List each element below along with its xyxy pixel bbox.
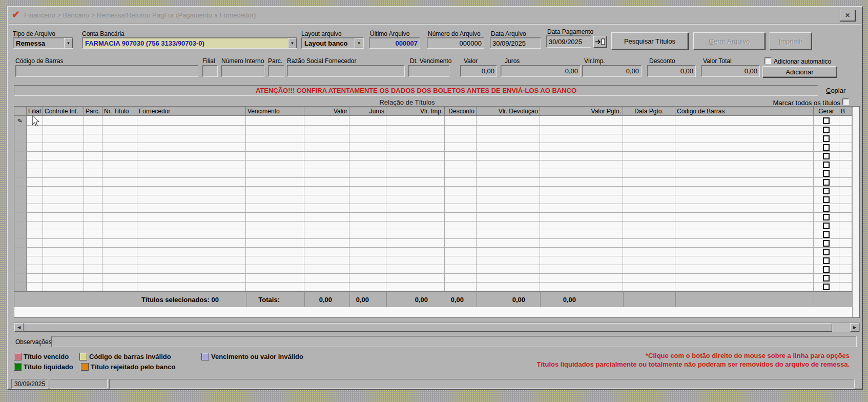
vlr-imp-input[interactable] [582,65,642,77]
data-arquivo-field[interactable] [490,37,541,49]
grid-header-desconto[interactable]: Desconto [445,107,477,116]
data-pagamento-field[interactable] [546,35,591,48]
gerar-checkbox[interactable] [823,127,830,133]
valor-input[interactable] [460,65,497,77]
total-valor-pgto: 0,00 [540,291,623,307]
desconto-input[interactable] [647,65,696,77]
dt-vencimento-input[interactable] [408,65,449,77]
grid-cell [246,134,304,143]
juros-input[interactable] [501,65,581,77]
grid-header-parc[interactable]: Parc. [84,107,102,116]
gerar-checkbox[interactable] [823,162,830,168]
conta-bancaria-dropdown-icon[interactable]: ▼ [288,38,297,48]
adicionar-button[interactable]: Adicionar [762,66,837,77]
gerar-checkbox[interactable] [823,179,830,186]
grid-header-b[interactable]: B [839,107,852,116]
table-row[interactable] [14,265,852,274]
table-row[interactable] [14,222,852,230]
gerar-checkbox[interactable] [823,144,830,151]
table-row[interactable] [14,178,852,187]
gerar-checkbox[interactable] [823,205,830,212]
scroll-left-button[interactable]: ◀ [14,323,24,332]
table-row[interactable] [14,248,852,256]
grid-header-vlr-devolucao[interactable]: Vlr. Devolução [477,107,540,116]
table-row[interactable] [14,274,852,283]
table-row[interactable] [14,187,852,195]
table-row[interactable] [14,160,852,169]
gerar-checkbox[interactable] [823,117,830,124]
filial-input[interactable] [202,65,218,77]
gerar-checkbox[interactable] [823,223,830,229]
gerar-checkbox[interactable] [823,257,830,264]
imprimir-button[interactable]: Imprimir [770,32,812,50]
grid-header-codigo-barras[interactable]: Código de Barras [675,107,814,116]
ultimo-arquivo-field[interactable] [369,37,420,49]
table-row[interactable] [14,152,852,160]
table-row[interactable] [14,169,852,178]
observacoes-input[interactable] [51,336,857,347]
gerar-checkbox[interactable] [823,240,830,247]
pesquisar-titulos-button[interactable]: Pesquisar Títulos [611,32,688,50]
grid-header-controle[interactable]: Controle Int. [43,107,84,116]
tipo-arquivo-dropdown-icon[interactable]: ▼ [64,38,73,48]
scrollbar-thumb[interactable] [24,323,832,332]
razao-social-input[interactable] [287,65,405,77]
gerar-checkbox[interactable] [823,284,830,290]
gerar-checkbox[interactable] [823,188,830,194]
grid-header-juros[interactable]: Juros [349,107,386,116]
apply-date-button[interactable] [593,36,607,48]
numero-arquivo-field[interactable] [427,37,484,49]
gerar-checkbox[interactable] [823,153,830,159]
table-row[interactable] [14,256,852,265]
grid-header-filial[interactable]: Filial [27,107,43,116]
gerar-checkbox[interactable] [823,266,830,273]
grid-header-vencimento[interactable]: Vencimento [246,107,304,116]
grid-header-valor[interactable]: Valor [304,107,349,116]
table-row[interactable] [14,126,852,134]
valor-total-input[interactable] [701,65,760,77]
grid-header-nr-titulo[interactable]: Nr. Título [102,107,137,116]
tipo-arquivo-select[interactable]: Remessa ▼ [13,37,73,49]
gerar-checkbox[interactable] [823,170,830,177]
gerar-arquivo-button[interactable]: Gerar Arquivo [693,32,765,50]
grid-header-valor-pgto[interactable]: Valor Pgto. [540,107,623,116]
gerar-checkbox[interactable] [823,214,830,220]
numero-interno-input[interactable] [221,65,264,77]
parc-input[interactable] [268,65,284,77]
table-row[interactable] [14,283,852,291]
grid-cell [137,283,246,291]
grid-cell [102,230,137,239]
scrollbar-track[interactable] [832,323,850,332]
grid-header-fornecedor[interactable]: Fornecedor [137,107,246,116]
table-row[interactable] [14,230,852,239]
grid-cell [84,283,102,291]
table-row[interactable] [14,213,852,222]
table-row[interactable] [14,134,852,143]
table-row[interactable] [14,195,852,204]
gerar-checkbox[interactable] [823,231,830,238]
close-button[interactable]: ✕ [840,10,855,21]
scroll-right-button[interactable]: ▶ [850,323,859,332]
codigo-barras-input[interactable] [15,65,198,77]
adicionar-automatico-checkbox[interactable] [764,57,771,64]
grid-header-gerar[interactable]: Gerar [814,107,839,116]
grid-cell [839,169,852,178]
table-row[interactable] [14,204,852,213]
table-row[interactable] [14,239,852,248]
gerar-checkbox[interactable] [823,249,830,255]
gerar-checkbox[interactable] [823,275,830,282]
marcar-todos-checkbox[interactable] [842,98,849,105]
gerar-checkbox[interactable] [823,196,830,203]
layout-arquivo-dropdown-icon[interactable]: ▼ [355,38,363,48]
grid-header-data-pgto[interactable]: Data Pgto. [623,107,675,116]
parc-entry-label: Parc. [268,57,282,65]
table-row[interactable] [14,143,852,152]
conta-bancaria-select[interactable]: FARMACIA 907030 (756 3133/90703-0) ▼ [82,37,297,49]
layout-arquivo-select[interactable]: Layout banco ▼ [301,37,364,49]
grid-header-vlr-imp[interactable]: Vlr. Imp. [386,107,445,116]
horizontal-scrollbar[interactable]: ◀ ▶ [14,323,860,332]
table-row[interactable]: ✎ [14,116,852,126]
gerar-checkbox[interactable] [823,135,830,142]
warning-banner: ATENÇÃO!!! CONFIRA ATENTAMENTE OS DADOS … [14,85,818,96]
copiar-button[interactable]: Copiar [826,87,845,94]
